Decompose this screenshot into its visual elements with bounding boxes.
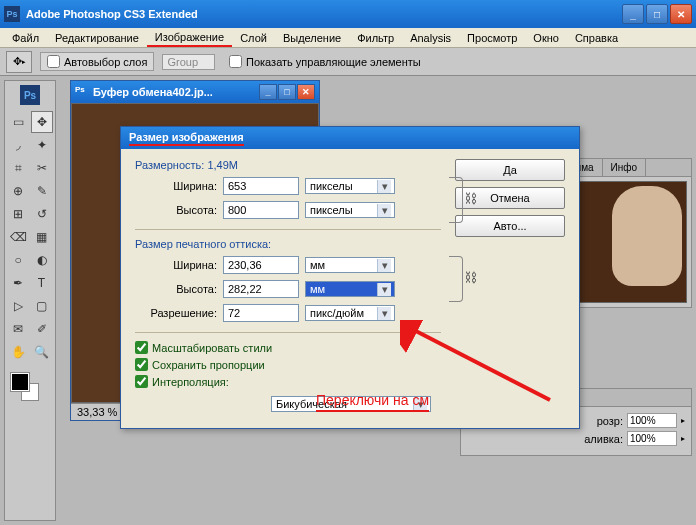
lasso-tool[interactable]: ◞	[7, 134, 29, 156]
link-icon	[449, 177, 463, 223]
auto-select-checkbox[interactable]: Автовыбор слоя	[40, 52, 154, 71]
menu-view[interactable]: Просмотр	[459, 30, 525, 46]
constrain-checkbox[interactable]: Сохранить пропорции	[135, 358, 441, 371]
pixel-width-input[interactable]	[223, 177, 299, 195]
wand-tool[interactable]: ✦	[31, 134, 53, 156]
heal-tool[interactable]: ⊕	[7, 180, 29, 202]
options-bar: ✥▸ Автовыбор слоя Group Показать управля…	[0, 48, 696, 76]
resample-checkbox[interactable]: Интерполяция:	[135, 375, 441, 388]
eraser-tool[interactable]: ⌫	[7, 226, 29, 248]
app-titlebar: Ps Adobe Photoshop CS3 Extended _ □ ✕	[0, 0, 696, 28]
scale-styles-label: Масштабировать стили	[152, 342, 272, 354]
document-title: Буфер обмена402.jp...	[93, 86, 213, 98]
menu-select[interactable]: Выделение	[275, 30, 349, 46]
auto-button[interactable]: Авто...	[455, 215, 565, 237]
print-height-unit-select[interactable]: мм	[305, 281, 395, 297]
auto-select-label: Автовыбор слоя	[64, 56, 147, 68]
constrain-label: Сохранить пропорции	[152, 359, 265, 371]
resolution-label: Разрешение:	[135, 307, 223, 319]
image-size-dialog: Размер изображения Размерность: 1,49M Ши…	[120, 126, 580, 429]
annotation-text: Переключи на см	[316, 392, 429, 412]
print-height-label: Высота:	[135, 283, 223, 295]
zoom-tool[interactable]: 🔍	[31, 341, 53, 363]
show-controls-checkbox[interactable]: Показать управляющие элементы	[223, 53, 427, 70]
resolution-unit-select[interactable]: пикс/дюйм	[305, 305, 395, 321]
print-chain-icon[interactable]: ⛓	[464, 270, 477, 285]
path-tool[interactable]: ▷	[7, 295, 29, 317]
menu-image[interactable]: Изображение	[147, 29, 232, 47]
marquee-tool[interactable]: ▭	[7, 111, 29, 133]
zoom-level: 33,33 %	[77, 406, 117, 418]
menu-window[interactable]: Окно	[525, 30, 567, 46]
menu-filter[interactable]: Фильтр	[349, 30, 402, 46]
hand-tool[interactable]: ✋	[7, 341, 29, 363]
chain-icon[interactable]: ⛓	[464, 191, 477, 206]
move-tool-icon[interactable]: ✥▸	[6, 51, 32, 73]
print-width-label: Ширина:	[135, 259, 223, 271]
pen-tool[interactable]: ✒	[7, 272, 29, 294]
pixel-height-unit-select[interactable]: пикселы	[305, 202, 395, 218]
print-size-label: Размер печатного оттиска:	[135, 238, 441, 250]
opacity-label: розр:	[597, 415, 623, 427]
photoshop-icon: Ps	[4, 6, 20, 22]
menu-layer[interactable]: Слой	[232, 30, 275, 46]
toolbox-ps-icon: Ps	[20, 85, 40, 105]
toolbox: Ps ▭ ✥ ◞ ✦ ⌗ ✂ ⊕ ✎ ⊞ ↺ ⌫ ▦ ○ ◐ ✒ T ▷ ▢ ✉…	[4, 80, 56, 521]
print-width-unit-select[interactable]: мм	[305, 257, 395, 273]
resolution-input[interactable]	[223, 304, 299, 322]
app-title: Adobe Photoshop CS3 Extended	[26, 8, 198, 20]
fill-input[interactable]	[627, 431, 677, 446]
fill-label: аливка:	[584, 433, 623, 445]
minimize-button[interactable]: _	[622, 4, 644, 24]
doc-close-button[interactable]: ✕	[297, 84, 315, 100]
document-titlebar[interactable]: Ps Буфер обмена402.jp... _ □ ✕	[71, 81, 319, 103]
menu-help[interactable]: Справка	[567, 30, 626, 46]
pixel-height-label: Высота:	[135, 204, 223, 216]
doc-minimize-button[interactable]: _	[259, 84, 277, 100]
foreground-color-swatch[interactable]	[11, 373, 29, 391]
scale-styles-checkbox[interactable]: Масштабировать стили	[135, 341, 441, 354]
show-controls-label: Показать управляющие элементы	[246, 56, 421, 68]
menu-edit[interactable]: Редактирование	[47, 30, 147, 46]
type-tool[interactable]: T	[31, 272, 53, 294]
menu-analysis[interactable]: Analysis	[402, 30, 459, 46]
tab-info[interactable]: Инфо	[603, 159, 647, 176]
move-tool[interactable]: ✥	[31, 111, 53, 133]
dodge-tool[interactable]: ◐	[31, 249, 53, 271]
pixel-width-label: Ширина:	[135, 180, 223, 192]
dialog-titlebar[interactable]: Размер изображения	[121, 127, 579, 149]
print-link-icon	[449, 256, 463, 302]
doc-maximize-button[interactable]: □	[278, 84, 296, 100]
ok-button[interactable]: Да	[455, 159, 565, 181]
crop-tool[interactable]: ⌗	[7, 157, 29, 179]
dimensions-value: 1,49M	[207, 159, 238, 171]
history-brush-tool[interactable]: ↺	[31, 203, 53, 225]
print-width-input[interactable]	[223, 256, 299, 274]
menubar: Файл Редактирование Изображение Слой Выд…	[0, 28, 696, 48]
maximize-button[interactable]: □	[646, 4, 668, 24]
brush-tool[interactable]: ✎	[31, 180, 53, 202]
stamp-tool[interactable]: ⊞	[7, 203, 29, 225]
notes-tool[interactable]: ✉	[7, 318, 29, 340]
gradient-tool[interactable]: ▦	[31, 226, 53, 248]
blur-tool[interactable]: ○	[7, 249, 29, 271]
menu-file[interactable]: Файл	[4, 30, 47, 46]
pixel-width-unit-select[interactable]: пикселы	[305, 178, 395, 194]
document-ps-icon: Ps	[75, 85, 89, 99]
pixel-height-input[interactable]	[223, 201, 299, 219]
slice-tool[interactable]: ✂	[31, 157, 53, 179]
print-height-input[interactable]	[223, 280, 299, 298]
resample-label: Интерполяция:	[152, 376, 229, 388]
layer-group-select[interactable]: Group	[162, 54, 215, 70]
eyedropper-tool[interactable]: ✐	[31, 318, 53, 340]
close-button[interactable]: ✕	[670, 4, 692, 24]
dialog-title: Размер изображения	[129, 131, 244, 146]
shape-tool[interactable]: ▢	[31, 295, 53, 317]
color-swatches[interactable]	[7, 373, 53, 405]
opacity-input[interactable]	[627, 413, 677, 428]
dimensions-label: Размерность:	[135, 159, 204, 171]
